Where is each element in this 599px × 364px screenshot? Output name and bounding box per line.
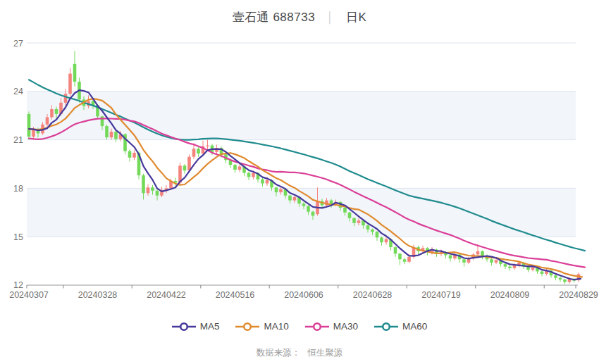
candle — [73, 51, 77, 86]
legend-label-ma60: MA60 — [402, 321, 427, 332]
plot-bands — [27, 92, 576, 237]
y-tick-label: 18 — [13, 184, 23, 194]
x-tick-label: 20240307 — [9, 290, 49, 300]
x-tick-label: 20240829 — [559, 290, 598, 300]
candle — [128, 149, 132, 161]
y-tick-label: 24 — [13, 87, 23, 96]
candle — [27, 111, 31, 139]
candle — [481, 251, 484, 260]
candle — [376, 231, 379, 241]
candle — [462, 258, 466, 266]
candle — [132, 151, 136, 161]
x-tick-label: 20240719 — [421, 290, 461, 300]
x-tick-label: 20240606 — [284, 290, 323, 300]
candle — [508, 265, 512, 270]
candle — [233, 164, 237, 173]
data-source-label: 数据来源： — [257, 348, 301, 358]
x-tick-label: 20240809 — [490, 290, 530, 300]
y-tick-label: 21 — [13, 135, 23, 145]
legend-item-ma30[interactable]: MA30 — [305, 321, 358, 332]
candle — [197, 147, 200, 157]
candle — [183, 164, 187, 174]
candle — [449, 254, 452, 261]
legend-label-ma10: MA10 — [264, 321, 288, 332]
legend-label-ma5: MA5 — [200, 321, 220, 332]
candle — [206, 140, 209, 151]
y-tick-label: 27 — [13, 39, 23, 49]
candle — [398, 253, 402, 265]
y-tick-label: 12 — [13, 280, 23, 290]
legend-item-ma5[interactable]: MA5 — [172, 321, 220, 332]
x-tick-label: 20240328 — [78, 290, 118, 300]
x-tick-label: 20240422 — [147, 290, 186, 300]
ma10-marker-icon — [235, 322, 259, 332]
candle — [559, 276, 562, 282]
candle — [490, 258, 493, 265]
legend-item-ma60[interactable]: MA60 — [374, 321, 427, 332]
candle — [247, 171, 251, 180]
data-source-value: 恒生聚源 — [307, 348, 342, 358]
candle — [563, 279, 567, 284]
legend-item-ma10[interactable]: MA10 — [235, 321, 288, 332]
legend-label-ma30: MA30 — [333, 321, 358, 332]
candle — [394, 246, 397, 257]
ma60-marker-icon — [374, 322, 398, 332]
x-tick-label: 20240628 — [353, 290, 393, 300]
candle — [261, 177, 264, 187]
candle — [554, 275, 557, 280]
data-source: 数据来源：恒生聚源 — [0, 347, 599, 359]
candle — [68, 68, 72, 96]
x-tick-label: 20240516 — [216, 290, 255, 300]
ma-legend: MA5 MA10 MA30 MA60 — [0, 321, 599, 332]
x-axis — [27, 285, 578, 289]
candle — [541, 270, 544, 276]
ma30-marker-icon — [305, 322, 329, 332]
candles-layer — [27, 51, 581, 284]
candle — [403, 258, 407, 264]
ma5-marker-icon — [172, 322, 196, 332]
candle — [577, 272, 581, 282]
y-tick-label: 15 — [13, 232, 23, 242]
kline-chart[interactable]: 2724211815122024030720240328202404222024… — [0, 0, 599, 313]
candle — [380, 237, 383, 246]
